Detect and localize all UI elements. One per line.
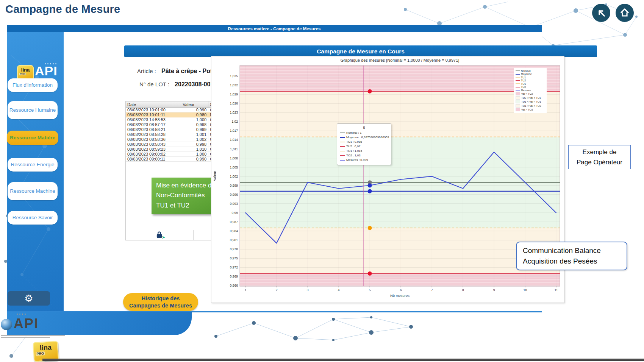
column-header-valeur[interactable]: Valeur bbox=[181, 101, 208, 108]
tooltip-entry: Mesures : 0,999 bbox=[340, 158, 388, 162]
sidebar-item-ressource-mati-re[interactable]: Ressource Matière bbox=[7, 131, 58, 145]
legend-zone-entry: TU2 < Val < TU1 bbox=[516, 96, 545, 100]
arrow-up-left-icon bbox=[596, 8, 606, 18]
svg-text:1,032: 1,032 bbox=[230, 83, 238, 87]
sidebar: lina PRO API Flux d'informationRessource… bbox=[7, 32, 64, 312]
measures-chart[interactable]: 0,9660,9690,9720,9750,9780,9810,9840,987… bbox=[211, 65, 565, 303]
legend-zone-entry: Val > TO2 bbox=[516, 108, 545, 111]
svg-text:0,966: 0,966 bbox=[230, 284, 238, 287]
svg-text:0,972: 0,972 bbox=[230, 265, 238, 269]
svg-text:9: 9 bbox=[493, 288, 495, 292]
svg-text:8: 8 bbox=[462, 288, 464, 292]
chart-legend: NominalMoyenneTU1TU2TO1TO2MesuresVal < T… bbox=[514, 68, 547, 113]
svg-text:0,984: 0,984 bbox=[230, 229, 238, 233]
legend-line-entry: TO2 bbox=[516, 86, 545, 88]
sidebar-item-ressource-humaine[interactable]: Ressource Humaine bbox=[8, 101, 58, 119]
svg-text:3: 3 bbox=[307, 288, 309, 292]
operator-page-callout: Exemple de Page Opérateur bbox=[568, 145, 631, 169]
sidebar-item-ressource-savoir[interactable]: Ressource Savoir bbox=[8, 211, 58, 225]
stage: Campagne de Mesure Ressources matiere - … bbox=[0, 0, 644, 362]
lot-row: N° de LOT : 20220308-001 bbox=[139, 81, 214, 88]
legend-zone-entry: Val < TU2 bbox=[516, 92, 545, 95]
svg-text:1,035: 1,035 bbox=[230, 74, 238, 78]
lina-pro-logo: lina PRO bbox=[17, 65, 34, 80]
home-icon bbox=[619, 8, 630, 18]
sidebar-item-flux-d-information[interactable]: Flux d'information bbox=[8, 78, 58, 92]
svg-text:1,029: 1,029 bbox=[230, 92, 238, 96]
lot-value: 20220308-001 bbox=[175, 81, 214, 88]
window-title: Ressources matiere - Campagne de Mesures bbox=[228, 27, 321, 31]
tooltip-entry: TU1 : 0,985 bbox=[340, 140, 388, 144]
legend-line-entry: TU1 bbox=[516, 76, 545, 79]
svg-text:0,993: 0,993 bbox=[230, 202, 238, 206]
home-button[interactable] bbox=[616, 4, 634, 22]
banner-title: Campagne de Mesure en Cours bbox=[317, 48, 405, 55]
settings-gear-icon: ⚙ bbox=[24, 293, 33, 303]
sidebar-item-ressource-energie[interactable]: Ressource Energie bbox=[8, 158, 58, 172]
svg-text:0,987: 0,987 bbox=[230, 220, 238, 224]
article-label: Article : bbox=[137, 68, 156, 74]
svg-text:0,999: 0,999 bbox=[230, 184, 238, 187]
tooltip-title: 5 bbox=[340, 126, 388, 130]
svg-text:0,981: 0,981 bbox=[230, 238, 238, 242]
legend-zone-entry: TO1 < Val < TO2 bbox=[516, 104, 545, 108]
add-badge-icon: ➤ bbox=[162, 235, 165, 239]
legend-zone-entry: TU1 < Val < TO1 bbox=[516, 100, 545, 103]
add-weighing-button[interactable]: ➤ bbox=[126, 230, 194, 240]
chart-panel: Graphique des mesures [Nominal = 1,0000 … bbox=[211, 56, 564, 303]
svg-text:7: 7 bbox=[431, 288, 433, 292]
svg-text:0,978: 0,978 bbox=[230, 247, 238, 251]
tooltip-entry: Nominal : 1 bbox=[340, 131, 388, 134]
tooltip-entry: Moyenne : 0,997090909090909 bbox=[340, 136, 388, 139]
page-title: Campagne de Mesure bbox=[5, 3, 120, 16]
svg-text:Valeur: Valeur bbox=[213, 171, 217, 181]
back-button[interactable] bbox=[592, 4, 610, 22]
svg-text:6: 6 bbox=[400, 288, 402, 292]
tooltip-entry: TU2 : 0,97 bbox=[340, 145, 388, 148]
bottom-bar bbox=[42, 359, 644, 361]
lot-label: N° de LOT : bbox=[139, 81, 169, 87]
svg-text:4: 4 bbox=[338, 288, 340, 292]
svg-text:10: 10 bbox=[523, 288, 527, 292]
column-header-date[interactable]: Date bbox=[126, 101, 181, 108]
network-decoration bbox=[205, 310, 439, 351]
legend-line-entry: TO1 bbox=[516, 83, 545, 85]
settings-button[interactable]: ⚙ bbox=[8, 291, 50, 306]
api-footer-subtext-bar bbox=[1, 335, 65, 336]
legend-line-entry: Moyenne bbox=[516, 73, 545, 75]
legend-line-entry: Nominal bbox=[516, 70, 545, 72]
svg-text:1,011: 1,011 bbox=[230, 147, 238, 151]
svg-text:0,99: 0,99 bbox=[231, 211, 238, 215]
svg-text:5: 5 bbox=[369, 288, 371, 292]
svg-text:1,014: 1,014 bbox=[230, 138, 238, 142]
svg-text:0,969: 0,969 bbox=[230, 275, 238, 278]
tooltip-entry: TO1 : 1,015 bbox=[340, 149, 388, 153]
svg-text:1,023: 1,023 bbox=[230, 111, 238, 114]
api-sphere-icon bbox=[1, 319, 12, 330]
svg-text:0,975: 0,975 bbox=[230, 256, 238, 260]
api-logo: API bbox=[35, 63, 58, 77]
svg-text:1,008: 1,008 bbox=[230, 156, 238, 160]
svg-text:11: 11 bbox=[555, 288, 558, 292]
svg-text:1,005: 1,005 bbox=[230, 165, 238, 169]
balance-communication-callout: Communication Balance Acquisition des Pe… bbox=[516, 242, 627, 270]
svg-text:1: 1 bbox=[245, 288, 247, 292]
chart-title: Graphique des mesures [Nominal = 1,0000 … bbox=[240, 58, 560, 62]
svg-text:1,002: 1,002 bbox=[230, 175, 238, 178]
api-footer-dots bbox=[17, 314, 26, 315]
content-banner: Campagne de Mesure en Cours bbox=[124, 45, 597, 57]
history-button[interactable]: Historique des Campagnes de Mesures bbox=[123, 293, 198, 311]
sidebar-item-ressource-machine[interactable]: Ressource Machine bbox=[8, 182, 58, 200]
svg-text:1,02: 1,02 bbox=[231, 120, 238, 123]
svg-text:Nb mesures: Nb mesures bbox=[390, 293, 410, 298]
legend-line-entry: Mesures bbox=[516, 89, 545, 92]
svg-text:1,026: 1,026 bbox=[230, 101, 238, 105]
svg-text:2: 2 bbox=[276, 288, 278, 292]
api-footer-subtext-bar bbox=[1, 337, 50, 338]
tooltip-entry: TO2 : 1,03 bbox=[340, 154, 388, 157]
window-title-bar: Ressources matiere - Campagne de Mesures bbox=[7, 25, 542, 32]
svg-text:0,996: 0,996 bbox=[230, 193, 238, 197]
legend-line-entry: TU2 bbox=[516, 79, 545, 82]
svg-text:1,017: 1,017 bbox=[230, 129, 238, 133]
chart-tooltip: 5 Nominal : 1Moyenne : 0,997090909090909… bbox=[337, 123, 391, 165]
